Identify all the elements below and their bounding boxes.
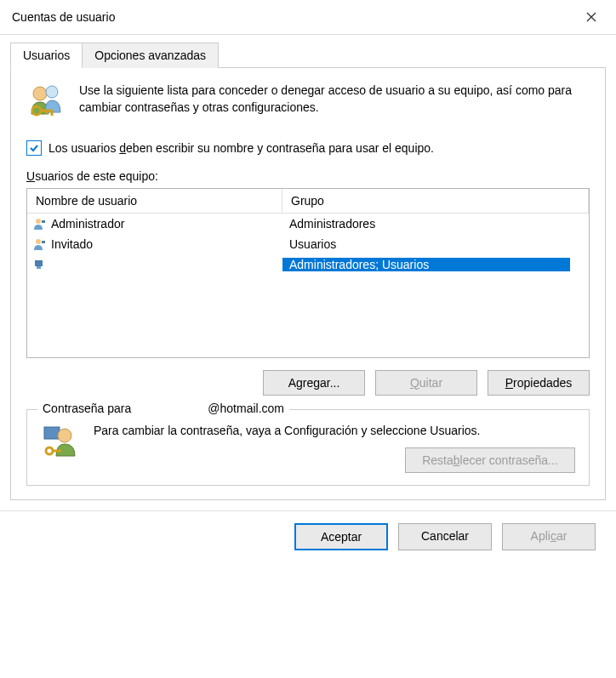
password-groupbox: Contraseña para @hotmail.com Para cambia… <box>26 409 590 486</box>
users-key-icon <box>26 82 67 125</box>
users-list-label: Usuarios de este equipo: <box>26 169 590 183</box>
require-password-label: Los usuarios deben escribir su nombre y … <box>48 140 434 157</box>
row-group: Administradores <box>282 217 589 231</box>
add-button[interactable]: Agregar... <box>263 370 365 396</box>
reset-password-button: Restablecer contraseña... <box>405 447 575 473</box>
password-legend-prefix: Contraseña para <box>43 402 131 415</box>
tab-advanced-label: Opciones avanzadas <box>94 48 206 62</box>
svg-point-3 <box>36 219 41 224</box>
row-username: Administrador <box>51 217 124 231</box>
checkmark-icon <box>29 143 39 153</box>
row-username: Invitado <box>51 237 93 251</box>
svg-point-0 <box>33 87 47 100</box>
user-key-icon <box>41 422 82 465</box>
svg-rect-4 <box>42 220 45 223</box>
properties-button[interactable]: Propiedades <box>488 370 590 396</box>
dialog-footer: Aceptar Cancelar Aplicar <box>0 510 616 562</box>
cancel-button[interactable]: Cancelar <box>398 523 492 550</box>
tab-users-label: Usuarios <box>23 48 70 62</box>
tab-users[interactable]: Usuarios <box>10 43 83 68</box>
remove-button: Quitar <box>375 370 477 396</box>
password-legend-email: @hotmail.com <box>208 402 284 415</box>
svg-rect-9 <box>44 427 60 439</box>
tab-strip: Usuarios Opciones avanzadas <box>10 42 606 67</box>
list-row[interactable]: Administradores; Usuarios <box>27 254 589 275</box>
listview-header: Nombre de usuario Grupo <box>27 189 589 214</box>
require-password-checkbox[interactable] <box>26 140 42 156</box>
row-group: Usuarios <box>282 237 589 251</box>
intro-text: Use la siguiente lista para conceder o d… <box>79 82 590 117</box>
row-group: Administradores; Usuarios <box>282 258 570 271</box>
close-button[interactable] <box>579 7 604 27</box>
svg-rect-8 <box>37 266 41 269</box>
column-username[interactable]: Nombre de usuario <box>27 189 282 213</box>
apply-button: Aplicar <box>502 523 596 550</box>
svg-point-10 <box>58 429 71 442</box>
users-listview[interactable]: Nombre de usuario Grupo Administrador Ad… <box>26 188 590 358</box>
tab-advanced[interactable]: Opciones avanzadas <box>82 43 219 68</box>
user-icon <box>32 237 48 251</box>
svg-point-11 <box>46 447 53 454</box>
user-icon <box>32 258 48 271</box>
tab-panel: Use la siguiente lista para conceder o d… <box>10 67 606 500</box>
column-group[interactable]: Grupo <box>282 189 589 213</box>
svg-rect-7 <box>35 260 43 266</box>
window-title: Cuentas de usuario <box>12 10 115 24</box>
user-icon <box>32 217 48 231</box>
ok-button[interactable]: Aceptar <box>294 523 388 550</box>
close-icon <box>586 12 596 22</box>
password-instruction: Para cambiar la contraseña, vaya a Confi… <box>94 422 575 439</box>
svg-point-5 <box>36 239 41 244</box>
list-row[interactable]: Administrador Administradores <box>27 214 589 234</box>
svg-point-1 <box>46 86 58 98</box>
list-row[interactable]: Invitado Usuarios <box>27 234 589 254</box>
svg-rect-6 <box>42 241 45 243</box>
